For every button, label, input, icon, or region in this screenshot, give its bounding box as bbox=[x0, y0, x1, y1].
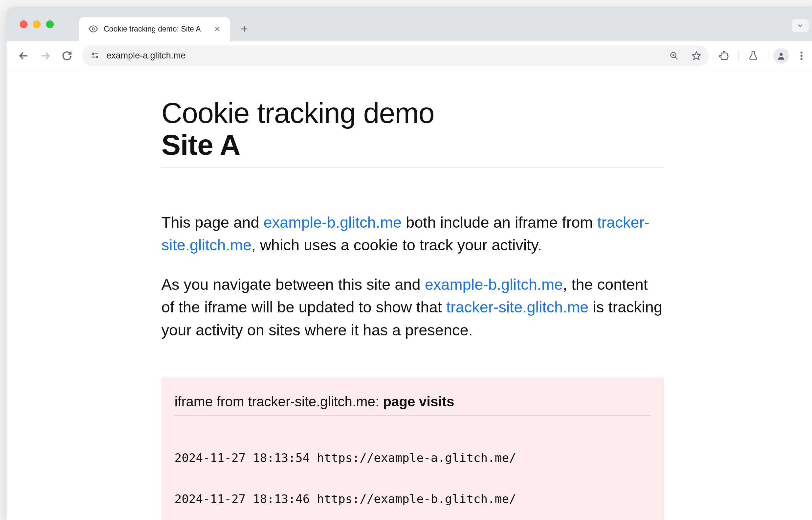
visits-log: 2024-11-27 18:13:54 https://example-a.gl… bbox=[175, 423, 651, 520]
reload-button[interactable] bbox=[58, 47, 76, 65]
window-maximize-button[interactable] bbox=[46, 20, 54, 28]
intro-paragraph-2: As you navigate between this site and ex… bbox=[162, 273, 664, 342]
window-close-button[interactable] bbox=[20, 20, 28, 28]
svg-point-18 bbox=[801, 52, 803, 54]
window-minimize-button[interactable] bbox=[33, 20, 41, 28]
address-bar[interactable]: example-a.glitch.me bbox=[82, 45, 709, 67]
menu-button[interactable] bbox=[792, 47, 811, 65]
extensions-icon[interactable] bbox=[715, 47, 733, 65]
tab-strip: Cookie tracking demo: Site A bbox=[6, 6, 812, 41]
labs-icon[interactable] bbox=[744, 47, 762, 65]
tab-title: Cookie tracking demo: Site A bbox=[104, 25, 200, 33]
profile-avatar[interactable] bbox=[773, 48, 789, 64]
url-text: example-a.glitch.me bbox=[106, 51, 660, 61]
link-tracker-site[interactable]: tracker-site.glitch.me bbox=[446, 298, 589, 316]
page-viewport: Cookie tracking demo Site A This page an… bbox=[6, 71, 812, 520]
svg-point-0 bbox=[92, 28, 94, 30]
browser-window: Cookie tracking demo: Site A bbox=[6, 6, 812, 520]
svg-point-17 bbox=[780, 53, 782, 55]
link-example-b[interactable]: example-b.glitch.me bbox=[263, 213, 402, 231]
intro-paragraph-1: This page and example-b.glitch.me both i… bbox=[162, 211, 664, 257]
tab-overflow-button[interactable] bbox=[792, 19, 809, 32]
divider bbox=[768, 50, 768, 62]
visit-row: 2024-11-27 18:13:46 https://example-b.gl… bbox=[175, 492, 651, 506]
window-controls bbox=[20, 20, 54, 28]
visit-row: 2024-11-27 18:13:54 https://example-a.gl… bbox=[175, 451, 651, 465]
site-settings-icon[interactable] bbox=[90, 51, 100, 61]
svg-point-7 bbox=[92, 53, 93, 54]
back-button[interactable] bbox=[15, 47, 33, 65]
eye-icon bbox=[88, 24, 99, 34]
svg-line-12 bbox=[675, 57, 678, 59]
tracker-iframe: iframe from tracker-site.glitch.me: page… bbox=[162, 378, 664, 520]
title-line-1: Cookie tracking demo bbox=[162, 97, 434, 129]
svg-point-20 bbox=[801, 58, 803, 60]
bookmark-star-icon[interactable] bbox=[688, 48, 704, 64]
svg-marker-15 bbox=[693, 52, 701, 59]
new-tab-button[interactable] bbox=[235, 20, 253, 38]
iframe-heading: iframe from tracker-site.glitch.me: page… bbox=[175, 394, 651, 416]
page-content: Cookie tracking demo Site A This page an… bbox=[162, 71, 664, 520]
svg-point-19 bbox=[801, 55, 803, 57]
divider bbox=[738, 50, 739, 62]
close-icon[interactable] bbox=[213, 24, 222, 33]
link-example-b[interactable]: example-b.glitch.me bbox=[425, 276, 563, 293]
forward-button[interactable] bbox=[36, 47, 55, 65]
toolbar: example-a.glitch.me bbox=[6, 41, 812, 71]
zoom-icon[interactable] bbox=[666, 48, 682, 64]
title-line-2: Site A bbox=[162, 129, 664, 161]
svg-point-9 bbox=[96, 56, 98, 58]
page-title: Cookie tracking demo Site A bbox=[162, 97, 664, 161]
title-divider bbox=[162, 167, 664, 168]
browser-tab[interactable]: Cookie tracking demo: Site A bbox=[79, 17, 230, 41]
